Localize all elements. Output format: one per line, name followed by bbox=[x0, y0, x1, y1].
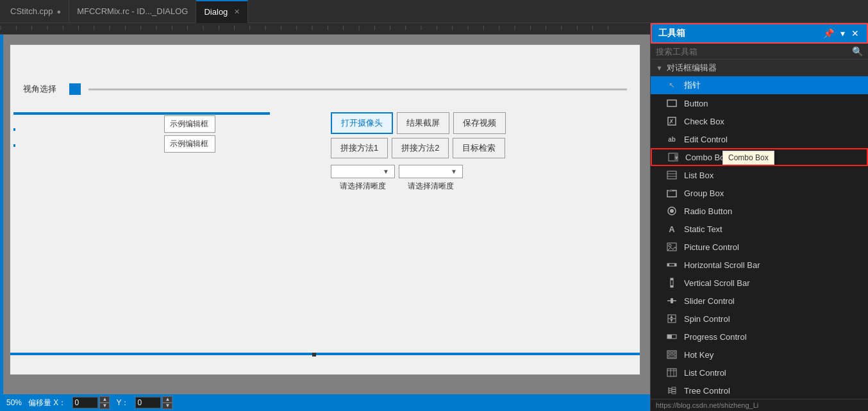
tab-dialog-close[interactable]: ✕ bbox=[234, 8, 240, 16]
groupbox-icon: abc bbox=[666, 187, 678, 199]
edit-field-2[interactable]: 示例编辑框 bbox=[164, 135, 215, 153]
svg-text:▾: ▾ bbox=[675, 155, 678, 161]
toolbox-search: 🔍 bbox=[651, 44, 868, 60]
toolbox-section-header[interactable]: ▼ 对话框编辑器 bbox=[651, 60, 868, 76]
toolbox-title: 工具箱 bbox=[658, 28, 685, 39]
groupbox-label: Group Box bbox=[684, 189, 724, 198]
svg-rect-29 bbox=[667, 335, 672, 339]
btn-screenshot[interactable]: 结果截屏 bbox=[397, 112, 449, 134]
slider-thumb[interactable] bbox=[69, 83, 81, 95]
toolbox-item-vscrollbar[interactable]: Vertical Scroll Bar bbox=[651, 274, 868, 292]
hscrollbar-icon bbox=[666, 259, 678, 271]
toolbox-item-statictext[interactable]: A Static Text bbox=[651, 220, 868, 238]
svg-rect-43 bbox=[672, 390, 676, 392]
combo-clarity-2[interactable]: ▼ bbox=[399, 165, 463, 178]
edit-boxes: 示例编辑框 示例编辑框 bbox=[164, 115, 215, 153]
button-label: Button bbox=[684, 99, 708, 108]
combo-desc-1: 请选择清晰度 bbox=[331, 181, 395, 192]
btn-open-camera[interactable]: 打开摄像头 bbox=[331, 112, 393, 134]
treecontrol-label: Tree Control bbox=[684, 386, 730, 396]
hotkey-label: Hot Key bbox=[684, 350, 714, 360]
main-area: 视角选择 示例编辑框 示例编辑框 打开摄像头 bbox=[0, 23, 868, 411]
toolbox-item-picturecontrol[interactable]: Picture Control bbox=[651, 238, 868, 256]
search-icon: 🔍 bbox=[852, 46, 863, 56]
vscrollbar-label: Vertical Scroll Bar bbox=[684, 278, 750, 288]
offset-y-down[interactable]: ▼ bbox=[162, 403, 172, 409]
toolbox-item-pointer[interactable]: ↖ 指针 bbox=[651, 76, 868, 94]
editcontrol-label: Edit Control bbox=[684, 135, 728, 144]
slider-row: 视角选择 bbox=[23, 83, 627, 95]
status-bar: 50% 偏移量 X： ▲ ▼ Y： ▲ ▼ bbox=[0, 394, 650, 411]
edit-field-1[interactable]: 示例编辑框 bbox=[164, 115, 215, 133]
slidercontrol-label: Slider Control bbox=[684, 296, 735, 306]
statictext-icon: A bbox=[666, 223, 678, 235]
svg-rect-6 bbox=[667, 171, 676, 179]
hotkey-icon bbox=[666, 349, 678, 360]
tab-cstitch[interactable]: CStitch.cpp ● bbox=[3, 0, 69, 23]
toolbox-item-treecontrol[interactable]: Tree Control bbox=[651, 382, 868, 399]
pointer-icon: ↖ bbox=[666, 80, 678, 91]
canvas-bg: 视角选择 示例编辑框 示例编辑框 打开摄像头 bbox=[0, 35, 650, 394]
btn-target-search[interactable]: 目标检索 bbox=[453, 138, 505, 158]
svg-rect-23 bbox=[671, 298, 673, 303]
status-offset-y-label: Y： bbox=[116, 398, 129, 408]
toolbox-dropdown-btn[interactable]: ▾ bbox=[839, 28, 846, 38]
toolbox-item-editcontrol[interactable]: ab Edit Control bbox=[651, 130, 868, 148]
toolbox-panel: 工具箱 📌 ▾ ✕ 🔍 ▼ 对话框编辑器 ↖ 指针 bbox=[650, 23, 868, 411]
svg-point-13 bbox=[670, 209, 674, 213]
toolbox-item-slidercontrol[interactable]: Slider Control bbox=[651, 292, 868, 310]
toolbox-items-list: ↖ 指针 Button ✗ Check Box ab Edit Contr bbox=[651, 76, 868, 399]
editor-area: 视角选择 示例编辑框 示例编辑框 打开摄像头 bbox=[0, 23, 650, 411]
offset-y-input[interactable] bbox=[135, 397, 161, 408]
toolbox-close-btn[interactable]: ✕ bbox=[850, 28, 860, 38]
tab-mfcrc[interactable]: MFCCRMix.rc - ID..._DIALOG bbox=[69, 0, 196, 23]
btn-save-video[interactable]: 保存视频 bbox=[453, 112, 506, 134]
toolbox-pin-btn[interactable]: 📌 bbox=[822, 28, 835, 38]
radiobutton-label: Radio Button bbox=[684, 206, 732, 216]
toolbox-item-listbox[interactable]: List Box bbox=[651, 166, 868, 184]
svg-rect-17 bbox=[667, 264, 669, 266]
toolbox-search-input[interactable] bbox=[656, 47, 848, 56]
combo-clarity-1[interactable]: ▼ bbox=[331, 165, 395, 178]
toolbox-item-combobox[interactable]: ▾ Combo Box Combo Box bbox=[651, 148, 868, 166]
dialog-window: 视角选择 示例编辑框 示例编辑框 打开摄像头 bbox=[10, 44, 640, 375]
url-text: https://blog.csdn.net/shizheng_Li bbox=[656, 401, 758, 409]
offset-y-spin: ▲ ▼ bbox=[135, 396, 172, 409]
checkbox-icon: ✗ bbox=[666, 115, 678, 127]
tab-bar: CStitch.cpp ● MFCCRMix.rc - ID..._DIALOG… bbox=[0, 0, 868, 23]
section-arrow: ▼ bbox=[656, 64, 663, 72]
toolbox-header-controls: 📌 ▾ ✕ bbox=[822, 28, 860, 38]
offset-x-up[interactable]: ▲ bbox=[99, 396, 110, 403]
offset-x-input[interactable] bbox=[72, 397, 98, 408]
toolbox-item-listcontrol[interactable]: List Control bbox=[651, 364, 868, 382]
combobox-tooltip: Combo Box bbox=[722, 151, 774, 165]
toolbox-item-hotkey[interactable]: Hot Key bbox=[651, 346, 868, 364]
picturecontrol-icon bbox=[666, 241, 678, 253]
toolbox-item-checkbox[interactable]: ✗ Check Box bbox=[651, 112, 868, 130]
toolbox-item-progresscontrol[interactable]: Progress Control bbox=[651, 328, 868, 346]
slidercontrol-icon bbox=[666, 295, 678, 306]
tab-cstitch-label: CStitch.cpp bbox=[10, 6, 53, 16]
toolbox-item-spincontrol[interactable]: ▲▼ Spin Control bbox=[651, 310, 868, 328]
status-offset-x-label: 偏移量 X： bbox=[28, 398, 66, 408]
buttons-area: 打开摄像头 结果截屏 保存视频 拼接方法1 拼接方法2 目标检索 bbox=[331, 112, 633, 192]
svg-text:✗: ✗ bbox=[669, 118, 674, 125]
slider-track[interactable] bbox=[88, 88, 627, 90]
toolbox-item-groupbox[interactable]: abc Group Box bbox=[651, 184, 868, 202]
button-icon bbox=[666, 97, 678, 109]
tab-mfcrc-label: MFCCRMix.rc - ID..._DIALOG bbox=[77, 6, 188, 16]
combobox-icon: ▾ bbox=[667, 151, 679, 163]
toolbox-item-hscrollbar[interactable]: Horizontal Scroll Bar bbox=[651, 256, 868, 274]
listbox-icon bbox=[666, 169, 678, 181]
svg-rect-0 bbox=[667, 100, 676, 106]
btn-stitch-2[interactable]: 拼接方法2 bbox=[392, 138, 449, 158]
tab-dialog[interactable]: Dialog ✕ bbox=[196, 0, 248, 23]
offset-x-down[interactable]: ▼ bbox=[99, 403, 110, 409]
toolbox-item-radiobutton[interactable]: Radio Button bbox=[651, 202, 868, 220]
combo-clarity-1-arrow: ▼ bbox=[383, 168, 389, 175]
ruler bbox=[0, 23, 650, 35]
toolbox-item-button[interactable]: Button bbox=[651, 94, 868, 112]
listbox-label: List Box bbox=[684, 171, 714, 180]
offset-y-up[interactable]: ▲ bbox=[162, 396, 172, 403]
btn-stitch-1[interactable]: 拼接方法1 bbox=[331, 138, 388, 158]
